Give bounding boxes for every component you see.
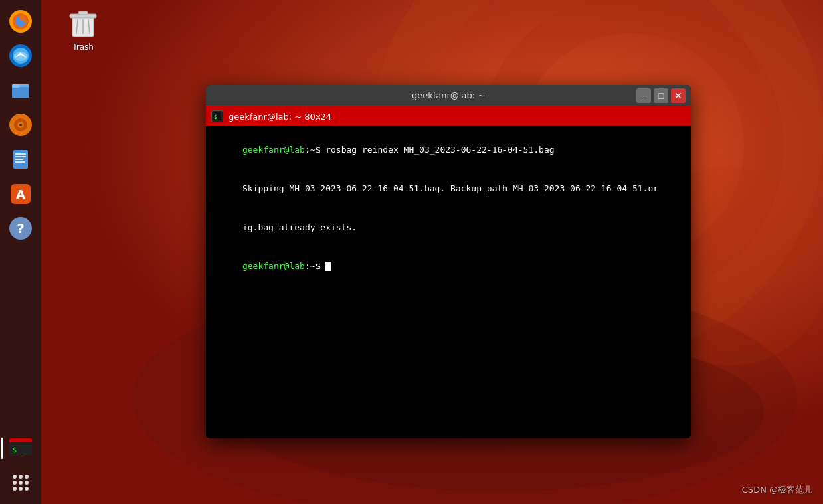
svg-point-38	[13, 487, 17, 491]
watermark: CSDN @极客范儿	[742, 484, 812, 496]
minimize-button[interactable]: ─	[636, 88, 651, 103]
terminal-line-4: geekfanr@lab:~$	[211, 247, 686, 286]
svg-rect-30	[9, 441, 32, 442]
svg-rect-20	[15, 153, 26, 155]
prompt-1: geekfanr@lab	[242, 145, 305, 155]
svg-rect-14	[12, 84, 20, 88]
svg-point-18	[19, 124, 22, 126]
trash-desktop-icon[interactable]: Trash	[67, 8, 99, 52]
svg-point-11	[14, 52, 27, 61]
dock: A ? $ _	[0, 0, 41, 504]
dock-item-apps[interactable]	[5, 467, 37, 499]
prompt-2: geekfanr@lab	[242, 261, 305, 271]
svg-point-34	[25, 475, 29, 479]
terminal-line-2: Skipping MH_03_2023-06-22-16-04-51.bag. …	[211, 169, 686, 209]
svg-rect-13	[12, 87, 29, 98]
svg-rect-22	[15, 159, 23, 160]
dock-item-firefox[interactable]	[5, 5, 37, 37]
svg-point-39	[19, 487, 23, 491]
dock-item-music[interactable]	[5, 109, 37, 141]
terminal-line-3: ig.bag already exists.	[211, 208, 686, 247]
output-2: ig.bag already exists.	[242, 222, 357, 232]
terminal-title: geekfanr@lab: ~	[412, 90, 485, 100]
terminal-window-controls: ─ □ ✕	[636, 88, 686, 103]
dock-item-files[interactable]	[5, 74, 37, 106]
svg-point-36	[19, 481, 23, 485]
trash-label: Trash	[72, 42, 94, 52]
svg-point-32	[13, 475, 17, 479]
cmd-1: $ rosbag reindex MH_03_2023-06-22-16-04-…	[316, 145, 555, 155]
terminal-body[interactable]: geekfanr@lab:~$ rosbag reindex MH_03_202…	[206, 126, 691, 438]
maximize-button[interactable]: □	[654, 88, 668, 103]
terminal-tab-icon: $	[211, 110, 223, 122]
dock-item-terminal[interactable]: $ _	[5, 432, 37, 464]
path-2: :~	[305, 261, 316, 271]
svg-rect-44	[78, 11, 88, 15]
svg-text:$: $	[214, 114, 217, 120]
svg-point-33	[19, 475, 23, 479]
svg-rect-23	[15, 161, 25, 163]
dock-item-writer[interactable]	[5, 143, 37, 175]
terminal-titlebar: geekfanr@lab: ~ ─ □ ✕	[206, 85, 691, 106]
terminal-window: geekfanr@lab: ~ ─ □ ✕ $ geekfanr@lab: ~ …	[206, 85, 691, 438]
dock-item-help[interactable]: ?	[5, 212, 37, 244]
svg-point-35	[13, 481, 17, 485]
trash-icon	[67, 8, 99, 40]
path-1: :~	[305, 145, 316, 155]
output-1: Skipping MH_03_2023-06-22-16-04-51.bag. …	[242, 183, 658, 193]
terminal-tab-label: geekfanr@lab: ~ 80x24	[229, 112, 331, 122]
dock-item-thunderbird[interactable]	[5, 40, 37, 72]
svg-text:?: ?	[17, 220, 25, 236]
cursor	[325, 262, 331, 271]
terminal-tab-bar: $ geekfanr@lab: ~ 80x24	[206, 106, 691, 126]
svg-rect-21	[15, 156, 26, 157]
svg-point-40	[25, 487, 29, 491]
cmd-2: $	[316, 261, 326, 271]
terminal-line-1: geekfanr@lab:~$ rosbag reindex MH_03_202…	[211, 130, 686, 169]
close-button[interactable]: ✕	[671, 88, 686, 103]
dock-item-appstore[interactable]: A	[5, 178, 37, 210]
svg-text:$ _: $ _	[13, 446, 25, 454]
svg-point-37	[25, 481, 29, 485]
svg-text:A: A	[16, 187, 25, 201]
